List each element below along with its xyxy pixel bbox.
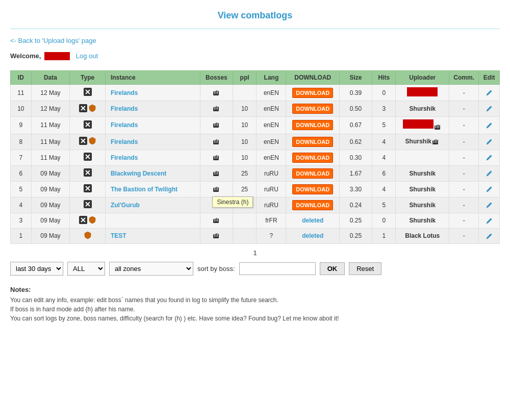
cell-hits: 5	[372, 197, 395, 213]
instance-link[interactable]: TEST	[111, 232, 126, 239]
reset-button[interactable]: Reset	[349, 262, 381, 275]
download-button[interactable]: DOWNLOAD	[292, 184, 333, 194]
table-row: 9 11 May Firelands 10 enEN DOWNLOAD 0.67…	[11, 117, 500, 134]
download-button[interactable]: DOWNLOAD	[292, 137, 333, 147]
svg-rect-64	[216, 171, 217, 175]
download-button[interactable]: DOWNLOAD	[292, 120, 333, 130]
uploader-name: Shurshik	[410, 105, 436, 112]
cell-comm: -	[449, 101, 479, 117]
cell-edit[interactable]	[479, 85, 500, 101]
instance-link[interactable]: Zul'Gurub	[111, 202, 140, 209]
cell-size: 3.30	[340, 181, 372, 197]
instance-link[interactable]: The Bastion of Twilight	[111, 186, 177, 193]
ok-button[interactable]: OK	[320, 262, 345, 275]
instance-link[interactable]: Firelands	[111, 105, 138, 112]
col-type: Type	[70, 71, 106, 85]
svg-rect-3	[215, 91, 216, 94]
cell-size: 0.30	[340, 150, 372, 165]
table-row: 11 12 May Firelands enEN DOWNLOAD 0.39 0…	[11, 85, 500, 101]
cell-uploader	[396, 150, 449, 165]
svg-rect-73	[215, 187, 216, 191]
cell-type	[70, 197, 106, 213]
svg-rect-54	[216, 155, 217, 159]
svg-rect-15	[218, 107, 219, 110]
type-select[interactable]: ALL10man25man	[67, 262, 105, 276]
cell-data: 09 May	[31, 213, 70, 228]
cell-type	[70, 134, 106, 150]
col-instance: Instance	[105, 71, 200, 85]
cell-lang: frFR	[257, 213, 286, 228]
cell-comm: -	[449, 85, 479, 101]
cell-ppl: 10	[233, 117, 256, 134]
cell-comm: -	[449, 165, 479, 181]
username-box	[44, 52, 70, 60]
instance-link[interactable]: Blackwing Descent	[111, 170, 166, 177]
cell-instance: Firelands	[105, 85, 200, 101]
zone-select[interactable]: all zonesFirelandsBlackwing DescentThe B…	[109, 262, 193, 276]
svg-rect-40	[218, 140, 219, 143]
cell-bosses	[200, 134, 233, 150]
table-row: 1 09 May TEST ? deleted 0.25 1 Black Lot…	[11, 228, 500, 243]
period-select[interactable]: last 30 dayslast 7 daysall time	[10, 262, 63, 276]
deleted-label: deleted	[302, 232, 323, 239]
col-download: DOWNLOAD	[286, 71, 340, 85]
svg-rect-65	[218, 171, 219, 175]
cell-ppl: 10	[233, 134, 256, 150]
cell-edit[interactable]	[479, 150, 500, 165]
instance-link[interactable]: Firelands	[111, 138, 138, 145]
logout-link[interactable]: Log out	[76, 52, 98, 60]
cell-hits: 0	[372, 85, 395, 101]
cell-id: 11	[11, 85, 32, 101]
col-lang: Lang	[257, 71, 286, 85]
cell-edit[interactable]	[479, 197, 500, 213]
cell-edit[interactable]	[479, 101, 500, 117]
cell-hits: 4	[372, 150, 395, 165]
col-uploader: Uploader	[396, 71, 449, 85]
cell-edit[interactable]	[479, 181, 500, 197]
cell-edit[interactable]	[479, 213, 500, 228]
cell-data: 11 May	[31, 134, 70, 150]
cell-edit[interactable]	[479, 165, 500, 181]
cell-type	[70, 150, 106, 165]
cell-edit[interactable]	[479, 134, 500, 150]
cell-edit[interactable]	[479, 228, 500, 243]
svg-rect-13	[215, 107, 216, 110]
cell-data: 09 May	[31, 165, 70, 181]
download-button[interactable]: DOWNLOAD	[292, 153, 333, 163]
cell-id: 5	[11, 181, 32, 197]
cell-uploader: Shurshik	[396, 213, 449, 228]
cell-comm: -	[449, 150, 479, 165]
table-row: 5 09 May The Bastion of Twilight Sinestr…	[11, 181, 500, 197]
cell-bosses	[200, 150, 233, 165]
svg-rect-57	[213, 159, 219, 160]
table-row: 8 11 May Firelands 10 enEN DOWNLOAD 0.62…	[11, 134, 500, 150]
download-button[interactable]: DOWNLOAD	[292, 200, 333, 210]
cell-download: DOWNLOAD	[286, 117, 340, 134]
download-button[interactable]: DOWNLOAD	[292, 168, 333, 179]
sort-by-boss-input[interactable]	[239, 262, 316, 275]
cell-comm: -	[449, 213, 479, 228]
svg-rect-38	[215, 140, 216, 143]
svg-rect-101	[216, 233, 217, 237]
uploader-bar	[403, 119, 434, 129]
back-link[interactable]: <- Back to 'Upload logs' page	[10, 37, 96, 44]
instance-link[interactable]: Firelands	[111, 89, 138, 96]
svg-rect-23	[215, 123, 216, 127]
download-button[interactable]: DOWNLOAD	[292, 104, 333, 114]
download-button[interactable]: DOWNLOAD	[292, 88, 333, 98]
cell-ppl	[233, 213, 256, 228]
notes-title: Notes:	[10, 286, 500, 293]
svg-rect-63	[215, 171, 216, 175]
cell-type	[70, 181, 106, 197]
svg-rect-17	[213, 110, 219, 111]
col-size: Size	[340, 71, 372, 85]
cell-data: 12 May	[31, 85, 70, 101]
notes-line: You can sort logs by zone, boss names, d…	[10, 315, 500, 322]
svg-rect-27	[213, 126, 219, 128]
cell-id: 9	[11, 117, 32, 134]
table-body: 11 12 May Firelands enEN DOWNLOAD 0.39 0…	[11, 85, 500, 244]
instance-link[interactable]: Firelands	[111, 121, 138, 129]
cell-edit[interactable]	[479, 117, 500, 134]
instance-link[interactable]: Firelands	[111, 154, 138, 161]
svg-rect-77	[213, 190, 219, 192]
